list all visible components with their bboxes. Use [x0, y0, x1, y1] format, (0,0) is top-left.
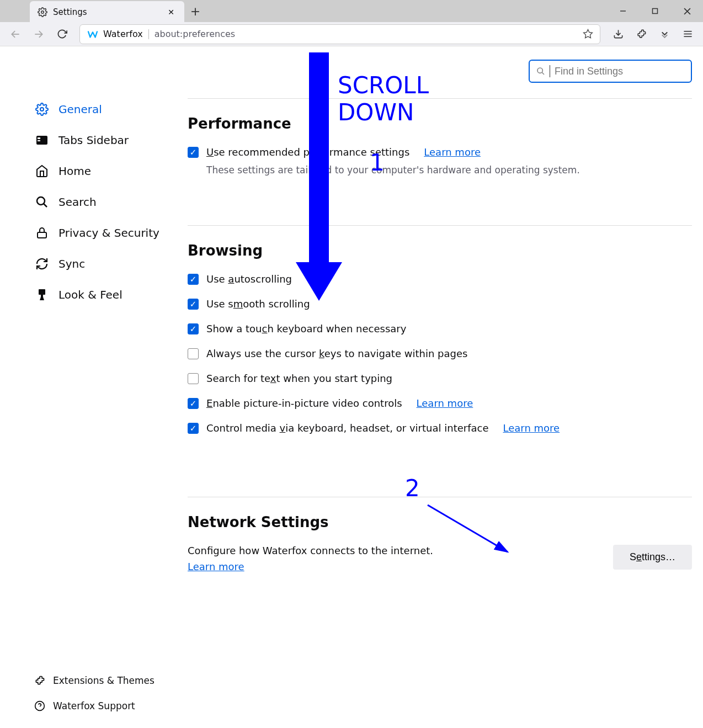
checkbox-label: Use recommended performance settings	[206, 146, 409, 158]
new-tab-button[interactable]: +	[184, 0, 206, 22]
settings-sidebar: General Tabs Sidebar Home Search	[0, 46, 188, 728]
sidebar-item-privacy[interactable]: Privacy & Security	[30, 220, 188, 246]
svg-point-16	[37, 197, 45, 205]
checkbox-label: Control media via keyboard, headset, or …	[206, 422, 489, 434]
home-icon	[35, 164, 49, 178]
section-title: Performance	[188, 115, 692, 132]
learn-more-link[interactable]: Learn more	[417, 397, 473, 409]
forward-button[interactable]	[29, 24, 49, 44]
learn-more-link[interactable]: Learn more	[503, 422, 560, 434]
sidebar-label: Look & Feel	[58, 288, 123, 301]
checkbox-smooth-scroll[interactable]	[188, 299, 199, 310]
waterfox-icon	[87, 28, 99, 40]
puzzle-icon	[34, 675, 45, 686]
sidebar-label: Sync	[58, 257, 85, 270]
bookmark-star-icon[interactable]	[583, 29, 593, 39]
svg-rect-19	[39, 289, 45, 295]
sidebar-item-sync[interactable]: Sync	[30, 251, 188, 277]
svg-rect-2	[653, 9, 658, 14]
paint-brush-icon	[35, 288, 49, 301]
tab-title: Settings	[53, 7, 160, 17]
minimize-button[interactable]	[607, 0, 639, 22]
checkbox-touch-keyboard[interactable]	[188, 323, 199, 334]
text-caret	[550, 65, 550, 77]
checkbox-label: Enable picture-in-picture video controls	[206, 397, 402, 409]
learn-more-link[interactable]: Learn more	[188, 561, 244, 572]
sidebar-label: Privacy & Security	[58, 226, 159, 240]
checkbox-label: Always use the cursor keys to navigate w…	[206, 348, 467, 359]
svg-point-12	[40, 108, 44, 111]
sidebar-item-search[interactable]: Search	[30, 189, 188, 215]
sidebar-item-look-feel[interactable]: Look & Feel	[30, 281, 188, 308]
sidebar-item-general[interactable]: General	[30, 96, 188, 123]
section-title: Browsing	[188, 242, 692, 259]
perf-subtext: These settings are tailored to your comp…	[206, 164, 692, 176]
reload-button[interactable]	[52, 24, 72, 44]
tabs-sidebar-icon	[35, 134, 49, 147]
checkbox-search-typing[interactable]	[188, 373, 199, 384]
url-text: about:preferences	[155, 29, 577, 39]
checkbox-cursor-keys[interactable]	[188, 348, 199, 359]
back-button[interactable]	[6, 24, 25, 44]
network-section: Network Settings Configure how Waterfox …	[188, 497, 692, 600]
sidebar-item-extensions[interactable]: Extensions & Themes	[30, 669, 159, 692]
settings-search[interactable]	[529, 60, 692, 83]
help-icon	[34, 700, 45, 711]
sidebar-label: General	[58, 103, 102, 116]
lock-icon	[35, 226, 49, 240]
search-icon	[536, 67, 545, 76]
checkbox-label: Search for text when you start typing	[206, 373, 392, 384]
sidebar-label: Tabs Sidebar	[58, 134, 129, 147]
app-menu-button[interactable]	[678, 24, 697, 44]
checkbox-label: Show a touch keyboard when necessary	[206, 323, 406, 334]
checkbox-media-keys[interactable]	[188, 423, 199, 434]
section-title: Network Settings	[188, 514, 692, 530]
checkbox-autoscroll[interactable]	[188, 274, 199, 285]
sidebar-item-tabs-sidebar[interactable]: Tabs Sidebar	[30, 127, 188, 153]
downloads-button[interactable]	[608, 24, 628, 44]
extensions-button[interactable]	[631, 24, 651, 44]
settings-main[interactable]: Performance Use recommended performance …	[188, 46, 703, 728]
svg-point-22	[537, 68, 542, 73]
sidebar-label: Waterfox Support	[53, 700, 135, 711]
svg-rect-15	[38, 140, 40, 141]
url-bar[interactable]: Waterfox about:preferences	[79, 24, 600, 44]
sidebar-label: Extensions & Themes	[53, 675, 155, 686]
sync-icon	[35, 257, 49, 270]
learn-more-link[interactable]: Learn more	[424, 146, 481, 158]
search-settings-input[interactable]	[555, 66, 684, 77]
sidebar-label: Home	[58, 164, 91, 178]
svg-rect-18	[38, 232, 46, 238]
svg-line-17	[44, 204, 47, 207]
search-icon	[35, 195, 49, 209]
gear-icon	[38, 7, 47, 17]
checkbox-label: Use smooth scrolling	[206, 298, 310, 310]
close-window-button[interactable]	[671, 0, 703, 22]
sidebar-label: Search	[58, 195, 97, 209]
network-desc: Configure how Waterfox connects to the i…	[188, 545, 613, 556]
sidebar-item-support[interactable]: Waterfox Support	[30, 695, 159, 717]
maximize-button[interactable]	[639, 0, 671, 22]
sidebar-item-home[interactable]: Home	[30, 158, 188, 184]
browsing-section: Browsing Use autoscrolling Use smooth sc…	[188, 225, 692, 475]
overflow-button[interactable]	[654, 24, 674, 44]
gear-icon	[35, 103, 49, 116]
checkbox-recommended-perf[interactable]	[188, 147, 199, 158]
browser-toolbar: Waterfox about:preferences	[0, 22, 703, 46]
svg-point-0	[41, 11, 44, 14]
titlebar: Settings ✕ +	[0, 0, 703, 22]
tab-close-button[interactable]: ✕	[166, 7, 177, 18]
performance-section: Performance Use recommended performance …	[188, 98, 692, 203]
checkbox-pip[interactable]	[188, 398, 199, 409]
checkbox-label: Use autoscrolling	[206, 273, 292, 285]
network-settings-button[interactable]: Settings…	[613, 545, 692, 570]
url-brand: Waterfox	[87, 28, 143, 40]
content-area: General Tabs Sidebar Home Search	[0, 46, 703, 728]
window-controls	[607, 0, 703, 22]
svg-marker-7	[584, 30, 593, 38]
svg-rect-14	[38, 137, 40, 139]
browser-tab[interactable]: Settings ✕	[30, 1, 184, 23]
svg-line-23	[542, 72, 544, 75]
